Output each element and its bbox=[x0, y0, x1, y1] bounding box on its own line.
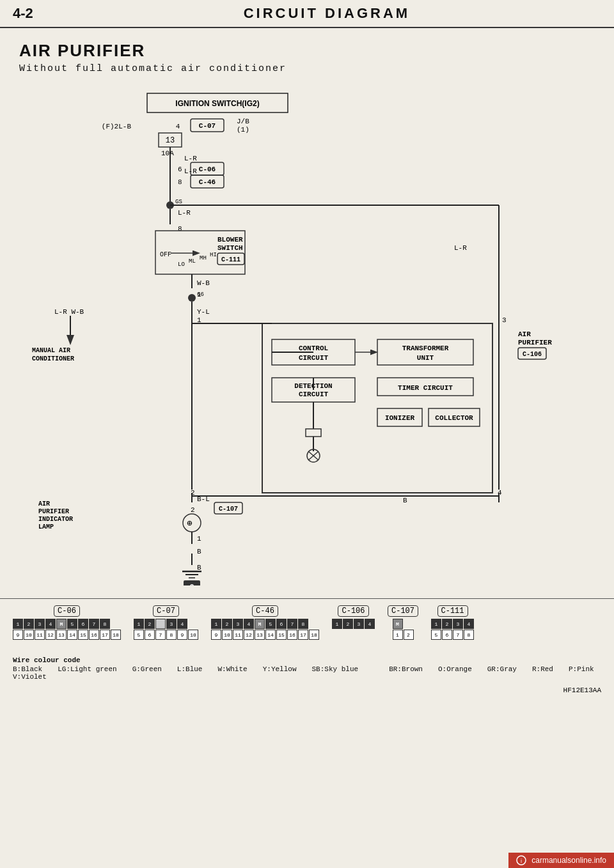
c07-badge: C-07 bbox=[199, 122, 216, 130]
c107-pins: M 12 bbox=[393, 619, 414, 640]
svg-text:4: 4 bbox=[176, 123, 180, 130]
b-label-right: B bbox=[403, 497, 407, 504]
c46-pins: 12 34 M 56 78 910 1112 1314 1516 1718 bbox=[211, 619, 319, 640]
svg-text:LO: LO bbox=[178, 261, 185, 268]
svg-text:SWITCH: SWITCH bbox=[217, 244, 243, 252]
svg-text:8: 8 bbox=[178, 225, 182, 233]
connector-c111: C-111 12 34 56 78 bbox=[431, 605, 474, 640]
svg-text:GS: GS bbox=[175, 199, 182, 205]
b-label-2: B bbox=[197, 564, 201, 571]
svg-text:PURIFIER: PURIFIER bbox=[518, 339, 552, 346]
svg-text:CIRCUIT: CIRCUIT bbox=[299, 354, 329, 362]
connector-c06: C-06 12 34 M 56 78 910 1112 1314 1516 bbox=[13, 605, 121, 640]
ionizer-label: IONIZER bbox=[385, 414, 415, 422]
svg-text:10A: 10A bbox=[161, 150, 174, 157]
svg-text:i: i bbox=[521, 858, 522, 864]
footer-code: HF12E13AA bbox=[563, 686, 601, 694]
c111-label: C-111 bbox=[437, 605, 468, 617]
footer-connectors: C-06 12 34 M 56 78 910 1112 1314 1516 bbox=[0, 598, 614, 651]
c107-badge: C-107 bbox=[219, 506, 238, 513]
connector-c107: C-107 M 12 bbox=[388, 605, 418, 640]
page-title: CIRCUIT DIAGRAM bbox=[52, 5, 601, 22]
c06-pins: 12 34 M 56 78 910 1112 1314 1516 1718 bbox=[13, 619, 121, 640]
content-area: AIR PURIFIER Without full automatic air … bbox=[0, 28, 614, 592]
circuit-diagram: IGNITION SWITCH(IG2) (F)2L-B 4 C-07 J/B … bbox=[19, 87, 595, 585]
yl-label: Y-L bbox=[197, 308, 210, 316]
c46-badge: C-46 bbox=[199, 178, 216, 186]
wire-colour-code: Wire colour code B:Black LG:Light green … bbox=[0, 651, 614, 684]
connector-c07: C-07 12 34 56 78 910 bbox=[134, 605, 198, 640]
c06-label: C-06 bbox=[54, 605, 80, 617]
c06-badge: C-06 bbox=[199, 166, 216, 173]
svg-text:13: 13 bbox=[166, 136, 175, 145]
c111-badge: C-111 bbox=[221, 256, 240, 263]
svg-text:2: 2 bbox=[191, 506, 195, 514]
svg-text:PURIFIER: PURIFIER bbox=[38, 508, 69, 515]
brand-icon: i bbox=[516, 855, 526, 865]
page-number: 4-2 bbox=[13, 5, 33, 22]
c111-pins: 12 34 56 78 bbox=[431, 619, 474, 640]
diagram-subtitle: Without full automatic air conditioner bbox=[19, 63, 595, 74]
ignition-switch-label: IGNITION SWITCH(IG2) bbox=[175, 99, 259, 108]
svg-text:INDICATOR: INDICATOR bbox=[38, 516, 73, 523]
c106-badge: C-106 bbox=[523, 351, 542, 358]
c07-label: C-07 bbox=[153, 605, 179, 617]
svg-text:CIRCUIT: CIRCUIT bbox=[299, 391, 329, 398]
c46-label: C-46 bbox=[252, 605, 278, 617]
lr-wb-left: L-R W-B bbox=[54, 308, 84, 316]
c07-pins: 12 34 56 78 910 bbox=[134, 619, 198, 640]
svg-text:MH: MH bbox=[200, 255, 207, 261]
connector-c46: C-46 12 34 M 56 78 910 1112 1314 1516 bbox=[211, 605, 319, 640]
control-circuit-label: CONTROL bbox=[299, 345, 329, 352]
svg-text:HI: HI bbox=[210, 252, 217, 258]
blower-switch-label: BLOWER bbox=[217, 236, 243, 244]
svg-text:OFF: OFF bbox=[160, 251, 171, 258]
timer-circuit-label: TIMER CIRCUIT bbox=[398, 384, 453, 392]
page-header: 4-2 CIRCUIT DIAGRAM bbox=[0, 0, 614, 28]
svg-text:3: 3 bbox=[502, 316, 507, 324]
c106-pins: 12 34 bbox=[332, 619, 375, 629]
ground-number: 3 bbox=[189, 584, 194, 585]
gg-junction bbox=[188, 294, 196, 302]
b-label-1: B bbox=[197, 548, 201, 555]
brand-text: carmanualsonline.info bbox=[531, 856, 606, 865]
brand-watermark: i carmanualsonline.info bbox=[508, 853, 614, 868]
wb-label: W-B bbox=[197, 279, 210, 287]
wire-colour-table: B:Black LG:Light green G:Green L:Blue W:… bbox=[13, 665, 601, 681]
diagram-title: AIR PURIFIER bbox=[19, 41, 595, 61]
svg-text:CONDITIONER: CONDITIONER bbox=[32, 355, 74, 362]
svg-text:LAMP: LAMP bbox=[38, 523, 54, 531]
c107-label: C-107 bbox=[388, 605, 418, 617]
jb1-label: J/B bbox=[237, 118, 249, 125]
air-purifier-right-label: AIR bbox=[518, 330, 531, 338]
connector-row: C-06 12 34 M 56 78 910 1112 1314 1516 bbox=[13, 605, 601, 640]
svg-text:66: 66 bbox=[197, 291, 204, 298]
manual-ac-label: MANUAL AIR bbox=[32, 347, 70, 354]
transformer-unit-label: TRANSFORMER bbox=[402, 345, 449, 352]
connector-c106: C-106 12 34 bbox=[332, 605, 375, 629]
svg-text:ML: ML bbox=[189, 258, 196, 265]
lr-label-3: L-R bbox=[178, 209, 191, 217]
svg-rect-51 bbox=[306, 429, 321, 437]
svg-text:(1): (1) bbox=[237, 126, 249, 134]
lr-label-right: L-R bbox=[454, 244, 467, 252]
f2lb-label: (F)2L-B bbox=[102, 123, 132, 130]
indicator-lamp-label: AIR bbox=[38, 500, 50, 508]
svg-text:8: 8 bbox=[178, 178, 182, 186]
svg-text:1: 1 bbox=[197, 535, 201, 543]
c106-label: C-106 bbox=[338, 605, 368, 617]
footer-code-area: HF12E13AA bbox=[0, 684, 614, 721]
svg-text:UNIT: UNIT bbox=[417, 354, 434, 362]
svg-text:6: 6 bbox=[178, 166, 182, 173]
lr-label-2: L-R bbox=[184, 167, 197, 175]
page: 4-2 CIRCUIT DIAGRAM AIR PURIFIER Without… bbox=[0, 0, 614, 868]
collector-label: COLLECTOR bbox=[435, 414, 473, 422]
svg-text:⊕: ⊕ bbox=[187, 518, 193, 529]
lr-label-1: L-R bbox=[184, 155, 197, 162]
